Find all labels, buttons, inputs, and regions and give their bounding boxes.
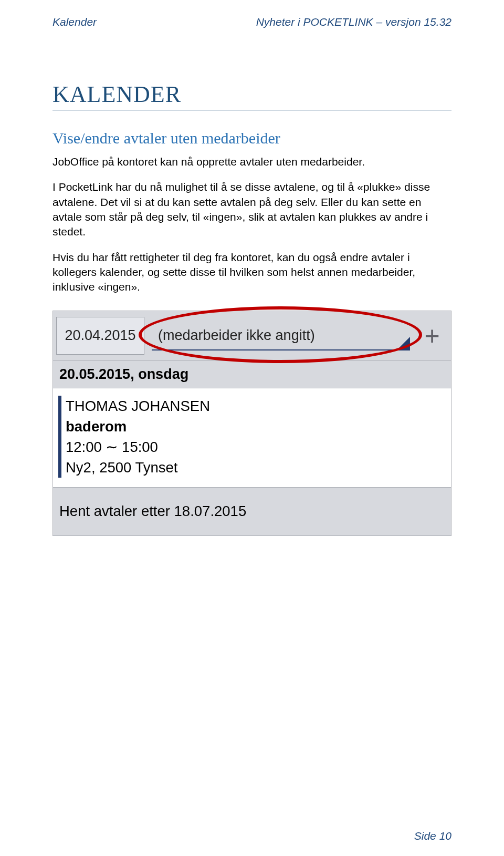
day-header: 20.05.2015, onsdag [52,361,452,388]
date-picker-label: 20.04.2015 [65,327,135,344]
date-picker-button[interactable]: 20.04.2015 [56,317,144,355]
header-left: Kalender [52,16,97,28]
paragraph-1: JobOffice på kontoret kan nå opprette av… [52,154,452,169]
header-right: Nyheter i POCKETLINK – versjon 15.32 [256,16,452,28]
fetch-more-label: Hent avtaler etter 18.07.2015 [59,503,246,520]
dropdown-indicator-icon [396,337,410,350]
paragraph-2: I PocketLink har du nå mulighet til å se… [52,180,452,239]
plus-icon: + [424,321,439,350]
appointment-customer: THOMAS JOHANSEN [66,396,446,416]
app-screenshot: 20.04.2015 (medarbeider ikke angitt) + 2… [52,311,452,536]
employee-dropdown[interactable]: (medarbeider ikke angitt) [152,317,412,355]
add-appointment-button[interactable]: + [416,323,448,349]
appointment-subject: baderom [66,416,446,437]
appointment-time: 12:00 ∼ 15:00 [66,437,446,457]
dropdown-underline [152,349,409,350]
appointment-address: Ny2, 2500 Tynset [66,457,446,478]
employee-dropdown-label: (medarbeider ikke angitt) [152,327,315,344]
calendar-toolbar: 20.04.2015 (medarbeider ikke angitt) + [52,311,452,361]
page-footer: Side 10 [414,830,452,842]
appointment-item[interactable]: THOMAS JOHANSEN baderom 12:00 ∼ 15:00 Ny… [52,388,452,488]
page-title: KALENDER [52,81,452,110]
fetch-more-button[interactable]: Hent avtaler etter 18.07.2015 [52,488,452,536]
section-subtitle: Vise/endre avtaler uten medarbeider [52,129,452,147]
paragraph-3: Hvis du har fått rettigheter til deg fra… [52,250,452,295]
